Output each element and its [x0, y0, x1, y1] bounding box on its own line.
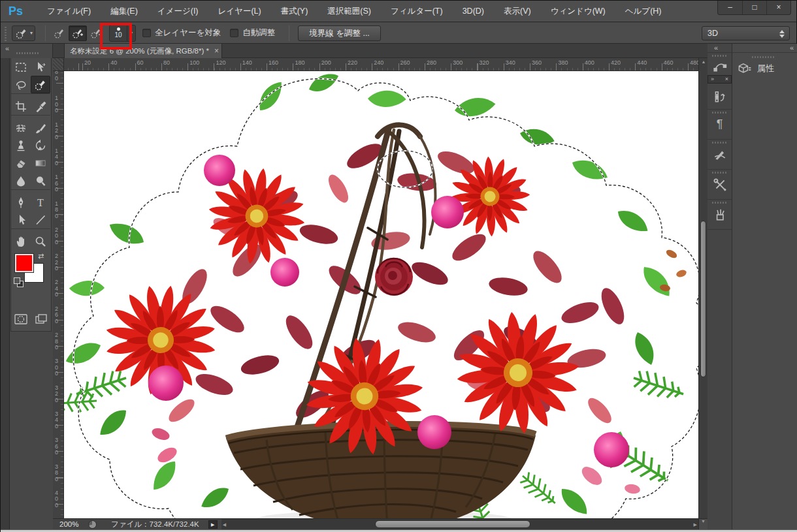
chevron-down-icon[interactable]: ▾ — [127, 25, 135, 41]
hand-tool-button[interactable] — [11, 232, 31, 250]
pen-tool-button[interactable] — [11, 193, 31, 211]
menu-image[interactable]: イメージ(I) — [148, 1, 208, 22]
scroll-left-icon[interactable]: ◀ — [223, 522, 226, 527]
options-grip-handle[interactable] — [3, 25, 8, 41]
collapse-panels-icon[interactable]: « — [5, 44, 9, 52]
collapse-panels-icon[interactable]: « — [790, 44, 794, 52]
horizontal-scrollbar[interactable]: ◀ ▶ ▼ — [221, 519, 708, 530]
adjustments-panel-button[interactable] — [708, 79, 732, 110]
menu-view[interactable]: 表示(V) — [494, 1, 541, 22]
crop-tool-button[interactable] — [11, 97, 31, 115]
brush-tool-button[interactable] — [31, 119, 50, 136]
status-bar: 200% ファイル：732.4K/732.4K ▶ ◀ ▶ ▼ — [53, 518, 708, 529]
bezier-path-icon — [713, 59, 727, 73]
workspace-switcher[interactable]: 3D — [702, 26, 790, 40]
expand-panels-icon[interactable]: » — [711, 76, 714, 83]
move-icon — [34, 61, 47, 74]
menu-layer[interactable]: レイヤー(L) — [208, 1, 271, 22]
path-selection-tool-button[interactable] — [11, 211, 31, 228]
ruler-top-number: 220 — [348, 59, 357, 66]
panel-grip-handle — [752, 56, 775, 58]
close-icon[interactable]: × — [766, 1, 790, 14]
menu-help[interactable]: ヘルプ(H) — [615, 1, 672, 22]
blur-tool-button[interactable] — [11, 172, 31, 189]
brush-presets-panel-button[interactable] — [708, 140, 732, 170]
swap-colors-icon[interactable]: ⇄ — [38, 252, 44, 260]
refine-edge-button[interactable]: 境界線 を調整 ... — [298, 25, 381, 41]
zoom-level-field[interactable]: 200% — [59, 520, 88, 528]
minimize-icon[interactable]: – — [718, 1, 742, 14]
dock-grip-handle[interactable] — [16, 52, 40, 54]
history-brush-tool-button[interactable] — [31, 136, 50, 154]
vertical-scrollbar-thumb[interactable] — [700, 221, 706, 377]
brush-size-picker[interactable]: 10 ▾ — [109, 25, 136, 42]
paragraph-panel-button[interactable]: ¶ — [708, 110, 732, 140]
line-tool-button[interactable] — [31, 211, 50, 228]
scroll-right-icon[interactable]: ▶ — [694, 522, 697, 527]
collapse-panels-icon[interactable]: « — [714, 44, 718, 52]
marquee-tool-button[interactable] — [11, 58, 31, 76]
brushes-cup-panel-button[interactable] — [708, 200, 732, 230]
menu-type[interactable]: 書式(Y) — [271, 1, 318, 22]
tool-preset-picker[interactable]: ▾ — [12, 25, 35, 41]
tool-presets-panel-button[interactable] — [708, 170, 732, 200]
menu-filter[interactable]: フィルター(T) — [381, 1, 453, 22]
add-to-selection-mode-button[interactable] — [69, 25, 87, 41]
workspace-value: 3D — [708, 29, 718, 38]
foreground-color-swatch[interactable] — [15, 254, 33, 272]
scroll-up-icon[interactable]: ▲ — [699, 59, 708, 64]
ruler-top[interactable]: 2040608010012014016018020022024026028030… — [64, 58, 700, 71]
sample-all-layers-checkbox[interactable] — [142, 29, 151, 37]
status-flyout-button[interactable]: ▶ — [208, 520, 218, 529]
ruler-left-number: 360 — [55, 437, 60, 456]
maximize-icon[interactable]: □ — [742, 1, 766, 14]
menu-select[interactable]: 選択範囲(S) — [317, 1, 381, 22]
clone-stamp-tool-button[interactable] — [11, 136, 31, 154]
ruler-left-number: 240 — [55, 279, 60, 298]
ruler-top-number: 420 — [611, 59, 621, 66]
menu-file[interactable]: ファイル(F) — [37, 1, 101, 22]
eyedropper-tool-button[interactable] — [31, 97, 50, 115]
type-tool-button[interactable]: T — [31, 193, 50, 211]
right-dock: « » × ¶ — [708, 44, 797, 529]
menu-3d[interactable]: 3D(D) — [453, 1, 494, 22]
new-selection-mode-button[interactable] — [50, 25, 69, 41]
brush-presets-icon — [713, 148, 727, 162]
document-canvas[interactable] — [64, 71, 700, 518]
auto-enhance-checkbox[interactable] — [230, 29, 238, 37]
screen-mode-button[interactable] — [34, 313, 48, 326]
eraser-tool-button[interactable] — [11, 154, 31, 172]
properties-panel-tab[interactable]: 属性 — [732, 53, 797, 82]
menu-bar: Ps ファイル(F) 編集(E) イメージ(I) レイヤー(L) 書式(Y) 選… — [1, 1, 796, 22]
quick-selection-tool-button[interactable] — [31, 76, 50, 93]
stamp-icon — [14, 139, 27, 152]
zoom-tool-button[interactable] — [31, 232, 50, 250]
lasso-tool-button[interactable] — [11, 76, 31, 93]
dodge-tool-button[interactable] — [31, 172, 50, 189]
type-icon: T — [34, 196, 47, 209]
scroll-down-icon[interactable]: ▼ — [698, 519, 708, 530]
mini-foreground-swatch — [14, 277, 20, 284]
default-colors-icon[interactable] — [14, 277, 24, 288]
horizontal-scrollbar-thumb[interactable] — [375, 520, 530, 528]
move-tool-button[interactable] — [31, 58, 50, 76]
tab-close-icon[interactable]: × — [214, 46, 219, 55]
vertical-scrollbar[interactable]: ▲ — [698, 58, 708, 518]
gradient-tool-button[interactable] — [31, 154, 50, 172]
window-controls: – □ × — [717, 1, 791, 15]
ruler-corner[interactable] — [53, 58, 64, 71]
healing-patch-tool-button[interactable] — [11, 119, 31, 136]
document-tab-title: 名称未設定 6 @ 200% (元画像, RGB/8*) * — [65, 46, 214, 56]
panel-grip-handle — [712, 172, 728, 174]
ruler-top-number: 360 — [532, 59, 542, 66]
ruler-top-number: 320 — [480, 59, 489, 66]
ruler-top-number: 120 — [216, 59, 226, 66]
document-tab[interactable]: 名称未設定 6 @ 200% (元画像, RGB/8*) * × — [64, 44, 222, 58]
brush-tip-dot-icon — [117, 27, 120, 31]
menu-window[interactable]: ウィンドウ(W) — [541, 1, 615, 22]
quick-mask-button[interactable] — [14, 313, 28, 326]
close-panel-icon[interactable]: × — [725, 76, 728, 83]
subtract-from-selection-mode-button[interactable] — [87, 25, 105, 41]
ruler-left[interactable]: 8010012014016018020022024026028030032034… — [53, 71, 64, 518]
menu-edit[interactable]: 編集(E) — [101, 1, 148, 22]
